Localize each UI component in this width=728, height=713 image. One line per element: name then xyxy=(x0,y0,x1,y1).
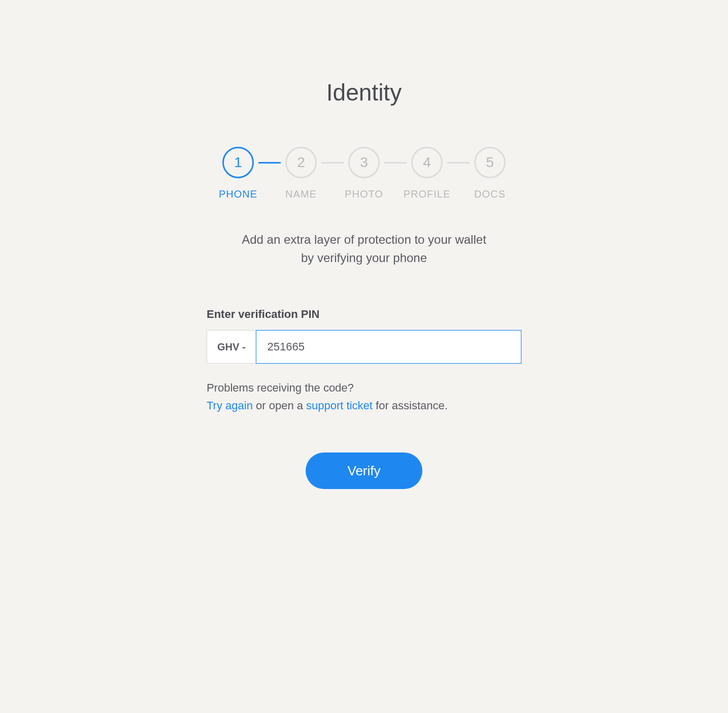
step-connector-1 xyxy=(258,162,281,164)
step-docs: 5 DOCS xyxy=(470,147,510,200)
step-label-profile: PROFILE xyxy=(404,188,451,200)
page-title: Identity xyxy=(326,79,402,106)
step-connector-3 xyxy=(384,162,407,164)
step-circle-4: 4 xyxy=(411,147,443,178)
help-text: Problems receiving the code? Try again o… xyxy=(207,379,521,414)
step-label-docs: DOCS xyxy=(474,188,506,200)
pin-input[interactable] xyxy=(256,330,521,364)
step-profile: 4 PROFILE xyxy=(407,147,447,200)
support-ticket-link[interactable]: support ticket xyxy=(306,399,373,412)
step-connector-4 xyxy=(447,162,470,164)
step-circle-3: 3 xyxy=(348,147,380,178)
step-label-photo: PHOTO xyxy=(345,188,383,200)
pin-form: Enter verification PIN GHV - Problems re… xyxy=(207,308,521,489)
step-name: 2 NAME xyxy=(281,147,321,200)
pin-prefix: GHV - xyxy=(207,330,256,364)
help-line: Try again or open a support ticket for a… xyxy=(207,397,521,414)
progress-stepper: 1 PHONE 2 NAME 3 PHOTO 4 PROFILE 5 DOCS xyxy=(218,147,510,200)
try-again-link[interactable]: Try again xyxy=(207,399,253,412)
step-photo: 3 PHOTO xyxy=(344,147,384,200)
step-connector-2 xyxy=(321,162,344,164)
help-mid-text: or open a xyxy=(253,399,306,412)
step-circle-5: 5 xyxy=(474,147,506,178)
step-circle-1: 1 xyxy=(222,147,254,178)
step-label-phone: PHONE xyxy=(219,188,257,200)
step-circle-2: 2 xyxy=(285,147,317,178)
verify-button[interactable]: Verify xyxy=(306,452,422,489)
help-question: Problems receiving the code? xyxy=(207,379,521,397)
pin-input-group: GHV - xyxy=(207,330,521,364)
step-label-name: NAME xyxy=(285,188,317,200)
help-end-text: for assistance. xyxy=(373,399,448,412)
verification-container: Identity 1 PHONE 2 NAME 3 PHOTO 4 PROFIL… xyxy=(207,79,521,489)
step-phone: 1 PHONE xyxy=(218,147,258,200)
step-description: Add an extra layer of protection to your… xyxy=(237,231,491,267)
pin-input-label: Enter verification PIN xyxy=(207,308,521,321)
